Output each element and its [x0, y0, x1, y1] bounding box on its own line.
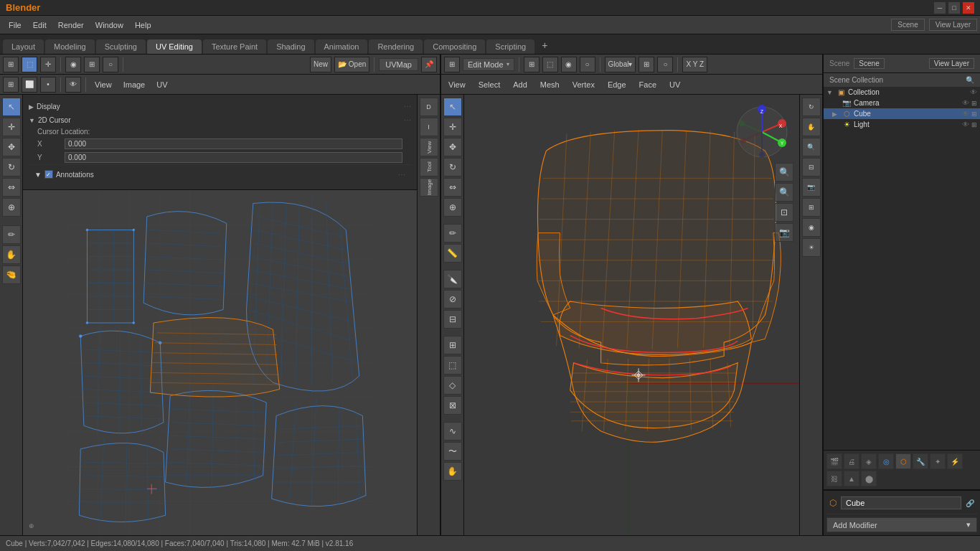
add-workspace-button[interactable]: +	[536, 37, 553, 54]
scene-selector[interactable]: Scene	[854, 58, 884, 69]
vp-tool-bevel[interactable]: ◇	[443, 376, 462, 395]
vp-tool-annotate[interactable]: ✏	[443, 224, 462, 242]
uv-sidebar-image[interactable]: I	[420, 118, 438, 136]
vp-tool-loop[interactable]: ⊟	[443, 310, 462, 329]
cursor-x-field[interactable]: X	[29, 137, 411, 151]
camera-visibility[interactable]: 👁	[962, 99, 969, 107]
vp-tool-extrude[interactable]: ⊞	[443, 336, 462, 354]
vp-xray[interactable]: ☀	[802, 238, 821, 257]
view-layer-selector[interactable]: View Layer	[929, 19, 977, 31]
vp-tool-bisect[interactable]: ⊘	[443, 290, 462, 309]
cube-visibility[interactable]: 👁	[962, 110, 969, 118]
vp-snap[interactable]: ⊞	[639, 57, 654, 72]
vp-tool-select[interactable]: ↖	[443, 98, 462, 116]
vp-orbit[interactable]: ↻	[802, 98, 821, 116]
vp-tool-measure[interactable]: 📏	[443, 244, 462, 263]
vp-shading3[interactable]: ○	[580, 57, 595, 72]
vp-menu-view[interactable]: View	[444, 79, 470, 90]
uv-cursor-tool[interactable]: ✛	[40, 57, 56, 72]
vp-menu-face[interactable]: Face	[635, 79, 661, 90]
uv-sidebar-image2[interactable]: Image	[420, 178, 438, 197]
light-visibility[interactable]: 👁	[962, 121, 969, 128]
vp-tool-smooth[interactable]: ∿	[443, 422, 462, 441]
tab-sculpting[interactable]: Sculpting	[96, 39, 146, 54]
vp-tool-grab2[interactable]: ✋	[443, 462, 462, 481]
vp-proportional[interactable]: ○	[657, 57, 673, 72]
vp-tool-cursor[interactable]: ✛	[443, 118, 462, 136]
uv-tool-transform[interactable]: ⊕	[2, 198, 21, 217]
cursor-y-input[interactable]	[65, 152, 402, 163]
vp-tool-inset[interactable]: ⬚	[443, 356, 462, 375]
menu-edit[interactable]: Edit	[27, 17, 52, 33]
props-view-layer-tab[interactable]: ◈	[861, 453, 877, 469]
uv-tool-grab[interactable]: ✋	[2, 245, 21, 264]
props-material-tab[interactable]: ⬤	[861, 471, 877, 486]
vp-tool-transform[interactable]: ⊕	[443, 198, 462, 217]
props-scene-tab[interactable]: 🎬	[826, 453, 842, 469]
cursor-section-header[interactable]: ▼ 2D Cursor ⋯	[29, 114, 411, 126]
props-constraints-tab[interactable]: ⛓	[826, 471, 842, 486]
uv-overlay-toggle[interactable]: ◉	[65, 57, 81, 72]
menu-file[interactable]: File	[3, 17, 27, 33]
uvmap-selector[interactable]: UVMap	[379, 58, 418, 71]
props-physics-tab[interactable]: ⚡	[947, 453, 963, 469]
uv-menu-view[interactable]: View	[90, 79, 116, 90]
props-output-tab[interactable]: 🖨	[844, 453, 859, 469]
object-link-icon[interactable]: 🔗	[966, 499, 974, 507]
tab-texture-paint[interactable]: Texture Paint	[203, 39, 266, 54]
add-modifier-button[interactable]: Add Modifier ▾	[826, 517, 977, 532]
vp-tool-relax[interactable]: 〜	[443, 442, 462, 461]
uv-sidebar-tool[interactable]: Tool	[420, 158, 438, 176]
vp-transform-space[interactable]: Global ▾	[605, 57, 636, 72]
uv-vert-select[interactable]: •	[40, 77, 56, 93]
minimize-button[interactable]: ─	[934, 2, 946, 14]
vp-tool-rotate[interactable]: ↻	[443, 158, 462, 176]
props-data-tab[interactable]: ▲	[844, 471, 859, 486]
maximize-button[interactable]: □	[948, 2, 960, 14]
uv-tool-scale[interactable]: ⇔	[2, 178, 21, 197]
uv-proportional[interactable]: ○	[103, 57, 118, 72]
vp-shading1[interactable]: ⬚	[542, 57, 558, 72]
close-button[interactable]: ✕	[963, 2, 974, 14]
scene-selector[interactable]: Scene	[891, 19, 924, 31]
tab-uv-editing[interactable]: UV Editing	[147, 39, 202, 54]
props-particles-tab[interactable]: ✦	[930, 453, 946, 469]
visibility-icon[interactable]: 👁	[970, 88, 977, 96]
uv-tool-select[interactable]: ↖	[2, 98, 21, 116]
uv-select-box[interactable]: ⬚	[22, 57, 37, 72]
uv-tool-annotate[interactable]: ✏	[2, 225, 21, 244]
cursor-y-field[interactable]: Y	[29, 151, 411, 164]
tab-scripting[interactable]: Scripting	[486, 39, 534, 54]
light-item[interactable]: ☀ Light 👁 ⊞	[824, 119, 980, 130]
uv-tool-rotate[interactable]: ↻	[2, 158, 21, 176]
tab-layout[interactable]: Layout	[3, 39, 44, 54]
toggle-camera[interactable]: 📷	[775, 223, 793, 242]
annotations-checkbox[interactable]: ✓	[44, 170, 53, 179]
vp-tool-move[interactable]: ✥	[443, 138, 462, 156]
menu-render[interactable]: Render	[52, 17, 90, 33]
uv-tool-move[interactable]: ✥	[2, 138, 21, 156]
toggle-ortho[interactable]: ⊡	[775, 203, 793, 222]
vp-menu-vertex[interactable]: Vertex	[568, 79, 599, 90]
uv-tool-pinch[interactable]: 🤏	[2, 265, 21, 284]
tab-shading[interactable]: Shading	[268, 39, 314, 54]
uv-sidebar-view[interactable]: View	[420, 138, 438, 156]
vp-menu-uv[interactable]: UV	[665, 79, 684, 90]
tab-compositing[interactable]: Compositing	[424, 39, 485, 54]
uv-sidebar-display[interactable]: D	[420, 98, 438, 116]
uv-type-toggle[interactable]: ⊞	[3, 77, 19, 93]
vp-menu-select[interactable]: Select	[474, 79, 505, 90]
tab-animation[interactable]: Animation	[316, 39, 368, 54]
props-modifiers-tab[interactable]: 🔧	[913, 453, 928, 469]
uv-editor-toggle[interactable]: ⊞	[3, 57, 19, 72]
uv-new-button[interactable]: New	[310, 57, 331, 72]
vp-tool-knife[interactable]: 🔪	[443, 270, 462, 288]
vp-zoom[interactable]: 🔍	[802, 138, 821, 156]
zoom-out-button[interactable]: 🔍	[775, 183, 793, 202]
uv-menu-uv[interactable]: UV	[152, 79, 171, 90]
annotations-header[interactable]: ▼ ✓ Annotations ⋯	[34, 168, 405, 181]
view-layer-selector[interactable]: View Layer	[929, 58, 974, 69]
vp-tool-loopcut[interactable]: ⊠	[443, 396, 462, 415]
props-world-tab[interactable]: ◎	[878, 453, 894, 469]
3d-viewport-canvas[interactable]: User Perspective (1) Cube	[464, 95, 799, 535]
